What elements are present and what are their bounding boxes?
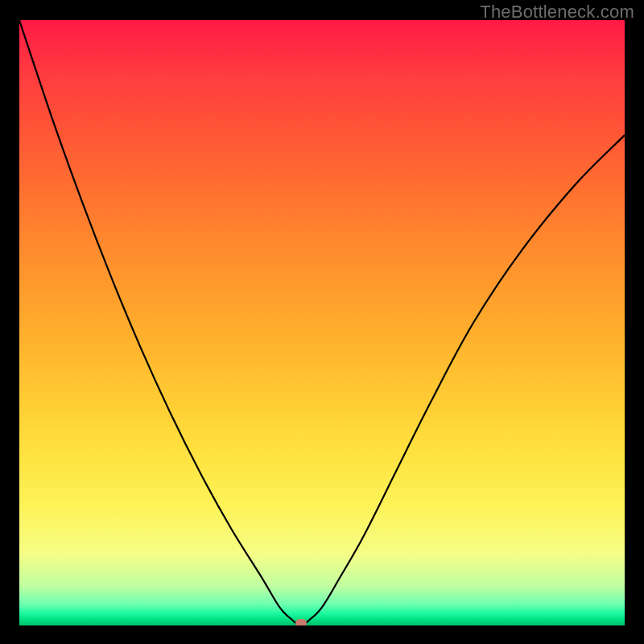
bottleneck-curve (19, 20, 625, 625)
watermark-text: TheBottleneck.com (480, 2, 634, 23)
plot-area (19, 20, 625, 625)
chart-frame: TheBottleneck.com (0, 0, 644, 644)
min-marker (295, 619, 307, 625)
